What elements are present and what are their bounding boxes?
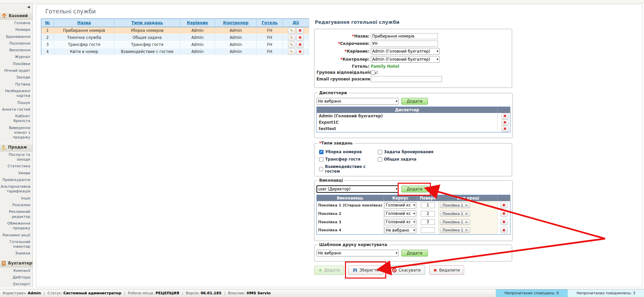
executor-select[interactable]: user (Директор) [316,185,399,193]
delete-icon[interactable]: ✖ [296,49,304,55]
sidebar-item-poslugy[interactable]: Послуги та заходи [0,152,33,163]
sidebar-item-preiskuranty[interactable]: Прейскуранти [0,177,33,183]
work-type-chip[interactable]: Покоївка 1× [440,219,470,225]
sidebar-item-zhurnal[interactable]: Журнал [0,54,33,60]
delete-executor-icon[interactable]: ✖ [500,211,508,217]
table-row[interactable]: 4 Квіти в номер Взаимодействие с гостем … [41,48,309,55]
delete-dispatcher-icon[interactable]: ✖ [501,119,509,126]
sidebar-item-inshe[interactable]: Інше [0,195,33,202]
table-row[interactable]: 2 Технічна служба Общая задача Admin Adm… [41,34,309,41]
col-header-manager[interactable]: Керівник [180,19,215,27]
sidebar-item-reklamnyi-redaktor[interactable]: Рекламний редактор [0,209,33,220]
task-type-checkbox[interactable] [319,157,324,162]
sidebar-item-statystyka[interactable]: Статистика [0,163,33,170]
sidebar-item-zakhody[interactable]: Заходи [0,74,33,81]
controller-select[interactable]: Admin (Головний бухгалтер) [371,56,440,63]
group-responsibility-checkbox[interactable] [371,70,375,75]
delete-icon[interactable]: ✖ [296,42,304,48]
cancel-button[interactable]: Скасувати [388,265,425,275]
task-type-checkbox[interactable] [319,167,323,171]
unread-messages-badge[interactable]: Непрочитаних повідомлень: 3 [567,289,644,297]
dispatcher-row[interactable]: Admin (Головний бухгалтер)✖ [317,113,510,119]
delete-dispatcher-icon[interactable]: ✖ [501,113,509,119]
work-type-chip[interactable]: Покоївка 1× [440,211,470,217]
sidebar-item-nezberezheni-kartky[interactable]: Незбережені картки [0,88,33,100]
sidebar-collapse-icon[interactable]: ◀ [0,3,33,9]
corpus-select[interactable]: Головний корпус [384,202,416,209]
sidebar-item-putivky[interactable]: Путівки [0,81,33,88]
table-row[interactable]: 3 Трансфер гостя Трансфер гостя Admin Ad… [41,41,309,48]
sidebar-section-sales[interactable]: Продаж [0,143,33,152]
sidebar-section-basic[interactable]: Базовий [0,11,33,20]
col-header-hotel[interactable]: Готель [257,19,283,27]
dispatcher-row[interactable]: testtest✖ [317,126,510,132]
floor-field[interactable] [421,227,435,233]
task-type-checkbox[interactable] [378,150,382,154]
unread-notifications-badge[interactable]: Непрочитаних сповіщень: 0 [496,289,568,297]
edit-icon[interactable]: ✎ [288,27,295,34]
chip-remove-icon[interactable]: × [465,203,468,207]
floor-field[interactable] [421,211,435,217]
group-email-field[interactable] [371,76,442,82]
sidebar-item-rozsylky[interactable]: Розсилки [0,202,33,209]
sidebar-item-reklamni-aktsii[interactable]: Рекламні акції [0,232,33,239]
sidebar-item-kabinet-bronista[interactable]: Кабінет броніста [0,113,33,125]
sidebar-section-accounting[interactable]: Бухгалтерія [0,259,33,268]
table-row[interactable]: 1 Прибирання номерів Уборка номеров Admi… [41,27,309,34]
abbreviation-field[interactable] [371,41,438,47]
sidebar-item-pokoivky[interactable]: Покоївки [0,61,33,67]
work-type-chip[interactable]: Покоївка 1× [440,227,470,233]
add-dispatcher-button[interactable]: Додати [401,98,428,105]
sidebar-item-ankety-gostei[interactable]: Анкети гостей [0,106,33,113]
sidebar-item-poselennya[interactable]: Поселення [0,40,33,47]
task-type-checkbox[interactable] [378,157,382,162]
corpus-select[interactable]: Не вибрано [384,227,416,233]
edit-icon[interactable]: ✎ [288,49,295,55]
delete-button[interactable]: ✖ Видалити [429,265,464,275]
chip-remove-icon[interactable]: × [465,220,468,224]
sidebar-item-obmezhennya-prodazhu[interactable]: Обмеження продажу [0,220,33,232]
floor-field[interactable] [421,219,435,225]
sidebar-item-debitory[interactable]: Дебітори [0,274,33,281]
name-field[interactable] [371,33,438,39]
corpus-select[interactable]: Головний корпус [384,219,416,225]
col-header-task-types[interactable]: Типи завдань [114,19,180,27]
floor-field[interactable] [421,202,435,208]
delete-executor-icon[interactable]: ✖ [500,227,508,233]
chip-remove-icon[interactable]: × [465,212,468,216]
sidebar-item-gotelnyi-inventar[interactable]: Готельний інвентар [0,239,33,250]
chip-remove-icon[interactable]: × [465,228,468,232]
sidebar-item-eksport-import[interactable]: Експорт/Імпорт рахунків [0,281,33,288]
col-header-name[interactable]: Назва [54,19,114,27]
add-executor-button[interactable]: Додати [401,186,428,192]
sidebar-item-golovna[interactable]: Головна [0,20,33,26]
sidebar-item-vyselennya[interactable]: Виселення [0,47,33,54]
corpus-select[interactable]: Головний корпус [384,211,416,217]
manager-select[interactable]: Admin (Головний бухгалтер) [371,48,440,55]
dispatcher-select[interactable]: Не вибрано [316,98,399,105]
delete-executor-icon[interactable]: ✖ [500,202,508,209]
save-button[interactable]: Зберегти [348,265,384,275]
delete-icon[interactable]: ✖ [296,27,304,34]
task-type-checkbox[interactable] [319,150,324,154]
work-type-chip[interactable]: Покоївка 1× [440,202,470,208]
edit-icon[interactable]: ✎ [288,42,295,48]
sidebar-item-znyzhky[interactable]: Знижки [0,250,33,257]
edit-icon[interactable]: ✎ [288,35,295,41]
sidebar-item-alt-taryfikatsiya[interactable]: Альтернативна тарифікація [0,183,33,195]
sidebar-item-umovy[interactable]: Умови [0,170,33,177]
add-print-template-button[interactable]: Додати [401,250,428,256]
delete-icon[interactable]: ✖ [296,35,304,41]
sidebar-item-vyvedennya-kimnat[interactable]: Виведення кімнат з продажу [0,125,33,141]
sidebar-item-bronyuvannya[interactable]: Бронювання [0,34,33,40]
delete-dispatcher-icon[interactable]: ✖ [501,126,509,132]
sidebar-item-nomery[interactable]: Номери [0,26,33,33]
sidebar-item-kompanii[interactable]: Компанії [0,268,33,274]
col-header-controller[interactable]: Контролер [215,19,257,27]
dispatcher-row[interactable]: Export1C✖ [317,119,510,126]
col-header-num[interactable]: № [41,19,54,27]
sidebar-item-poshuk[interactable]: Пошук [0,100,33,106]
print-template-select[interactable]: Не вибрано [316,250,399,256]
sidebar-item-nichnyi-audyt[interactable]: Нічний аудит [0,67,33,74]
delete-executor-icon[interactable]: ✖ [500,219,508,225]
